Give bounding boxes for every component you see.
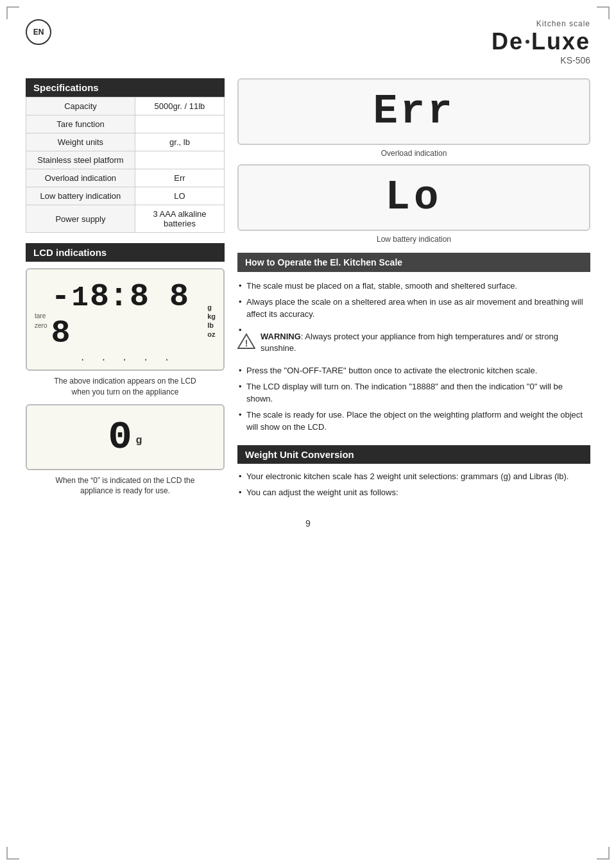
weight-conversion-section: Weight Unit Conversion Your electronic k… xyxy=(237,445,590,501)
err-display-box: Err xyxy=(237,78,590,145)
zero-label: zero xyxy=(35,322,47,329)
spec-value-battery: LO xyxy=(135,187,224,205)
spec-label-overload: Overload indication xyxy=(26,169,135,187)
lcd-main-display: tare zero -18:8 8 8 . . . . . g kg lb oz xyxy=(26,268,225,371)
table-row: Weight units gr., lb xyxy=(26,133,225,151)
low-battery-label: Low battery indication xyxy=(237,235,590,244)
lcd-digits-area: -18:8 8 8 . . . . . xyxy=(51,278,203,363)
lo-display-text: Lo xyxy=(386,174,443,221)
spec-label-tare: Tare function xyxy=(26,115,135,133)
table-row: Capacity 5000gr. / 11lb xyxy=(26,98,225,115)
spec-label-capacity: Capacity xyxy=(26,98,135,115)
lcd-dots: . . . . . xyxy=(80,353,175,363)
page-number: 9 xyxy=(26,518,590,529)
corner-mark-bl xyxy=(6,847,19,860)
language-badge: EN xyxy=(26,19,51,45)
spec-label-power: Power supply xyxy=(26,205,135,233)
spec-label-weight-units: Weight units xyxy=(26,133,135,151)
spec-value-platform xyxy=(135,151,224,169)
spec-value-capacity: 5000gr. / 11lb xyxy=(135,98,224,115)
unit-oz: oz xyxy=(207,330,216,338)
table-row: Power supply 3 AAA alkaline batteries xyxy=(26,205,225,233)
list-item: The scale must be placed on a flat, stab… xyxy=(237,278,590,294)
list-item: You can adjust the weight unit as follow… xyxy=(237,485,590,501)
spec-value-overload: Err xyxy=(135,169,224,187)
table-row: Tare function xyxy=(26,115,225,133)
overload-label: Overload indication xyxy=(237,149,590,158)
lcd-zero-unit: g xyxy=(136,434,142,446)
table-row: Low battery indication LO xyxy=(26,187,225,205)
weight-conversion-header: Weight Unit Conversion xyxy=(237,445,590,464)
brand-name: DeLuxe xyxy=(492,28,590,55)
specifications-header: Specifications xyxy=(26,78,225,97)
dot-separator xyxy=(526,40,529,44)
lcd-caption-1: The above indication appears on the LCD … xyxy=(26,376,225,398)
list-item: The scale is ready for use. Place the ob… xyxy=(237,407,590,436)
list-item: The LCD display will turn on. The indica… xyxy=(237,379,590,407)
lcd-section: LCD indications tare zero -18:8 8 8 . . … xyxy=(26,243,225,497)
list-item: ! WARNING: Always protect your appliance… xyxy=(237,323,590,364)
spec-value-power: 3 AAA alkaline batteries xyxy=(135,205,224,233)
warning-box: ! WARNING: Always protect your appliance… xyxy=(237,328,590,358)
list-item: Your electronic kitchen scale has 2 weig… xyxy=(237,469,590,485)
table-row: Stainless steel platform xyxy=(26,151,225,169)
warning-text: WARNING: Always protect your appliance f… xyxy=(261,331,590,355)
unit-kg: kg xyxy=(207,312,216,320)
language-label: EN xyxy=(33,28,44,37)
spec-label-battery: Low battery indication xyxy=(26,187,135,205)
spec-label-platform: Stainless steel platform xyxy=(26,151,135,169)
corner-mark-br xyxy=(597,847,610,860)
corner-mark-tr xyxy=(597,6,610,19)
how-to-operate-header: How to Operate the El. Kitchen Scale xyxy=(237,253,590,272)
weight-conversion-list: Your electronic kitchen scale has 2 weig… xyxy=(237,469,590,501)
svg-text:!: ! xyxy=(245,338,248,348)
unit-lb: lb xyxy=(207,321,216,329)
lcd-units: g kg lb oz xyxy=(207,303,216,338)
how-to-operate-list: The scale must be placed on a flat, stab… xyxy=(237,278,590,435)
brand-subtitle: Kitchen scale xyxy=(492,19,590,28)
lcd-section-header: LCD indications xyxy=(26,243,225,262)
lcd-zero-digit: 0 xyxy=(108,414,133,460)
left-column: Specifications Capacity 5000gr. / 11lb T… xyxy=(26,78,225,503)
spec-value-tare xyxy=(135,115,224,133)
main-content: Specifications Capacity 5000gr. / 11lb T… xyxy=(26,78,590,503)
warning-icon: ! xyxy=(237,332,255,350)
corner-mark-tl xyxy=(6,6,19,19)
lcd-digits: -18:8 8 8 xyxy=(51,278,203,352)
table-row: Overload indication Err xyxy=(26,169,225,187)
brand-model: KS-506 xyxy=(492,55,590,65)
err-display-text: Err xyxy=(373,89,454,135)
lo-display-box: Lo xyxy=(237,164,590,231)
list-item: Always place the scale on a sheltered ar… xyxy=(237,294,590,323)
page-header: EN Kitchen scale DeLuxe KS-506 xyxy=(26,19,590,65)
lcd-zero-display: 0 g xyxy=(26,404,225,470)
right-column: Err Overload indication Lo Low battery i… xyxy=(237,78,590,503)
spec-value-weight-units: gr., lb xyxy=(135,133,224,151)
unit-g: g xyxy=(207,303,216,311)
list-item: Press the "ON-OFF-TARE" button once to a… xyxy=(237,363,590,379)
tare-label: tare xyxy=(35,312,47,319)
lcd-caption-2: When the “0” is indicated on the LCD the… xyxy=(26,475,225,497)
lcd-left-labels: tare zero xyxy=(35,312,47,329)
specifications-table: Capacity 5000gr. / 11lb Tare function We… xyxy=(26,97,225,233)
brand-area: Kitchen scale DeLuxe KS-506 xyxy=(492,19,590,65)
